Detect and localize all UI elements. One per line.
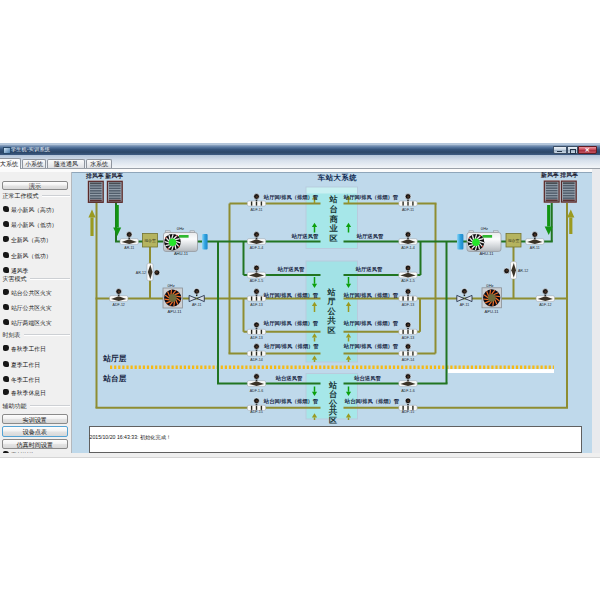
svg-text:ADF-15: ADF-15 xyxy=(250,410,262,414)
svg-text:ADF-13: ADF-13 xyxy=(402,336,414,340)
svg-text:业: 业 xyxy=(328,224,338,233)
svg-text:ADF-1-4: ADF-1-4 xyxy=(250,246,264,250)
svg-text:ADF-1-5: ADF-1-5 xyxy=(401,279,415,283)
svg-text:站台回/排风（排烟）管: 站台回/排风（排烟）管 xyxy=(263,398,319,405)
svg-text:站厅送风管: 站厅送风管 xyxy=(277,266,305,273)
svg-text:站厅回/排风（排烟）管: 站厅回/排风（排烟）管 xyxy=(343,320,399,327)
svg-text:共: 共 xyxy=(326,316,336,325)
svg-text:ADF-15: ADF-15 xyxy=(402,410,414,414)
svg-text:站厅回/排风（排烟）管: 站厅回/排风（排烟）管 xyxy=(263,320,319,327)
svg-text:公: 公 xyxy=(326,307,336,316)
svg-text:0Hz: 0Hz xyxy=(177,226,184,231)
svg-text:ADF-1-4: ADF-1-4 xyxy=(401,246,415,250)
svg-text:AF-11: AF-11 xyxy=(460,303,469,307)
svg-text:站台回/排风（排烟）管: 站台回/排风（排烟）管 xyxy=(344,398,400,405)
svg-text:区: 区 xyxy=(329,234,337,243)
svg-text:ADF-13: ADF-13 xyxy=(250,303,262,307)
svg-text:站: 站 xyxy=(328,195,337,204)
svg-text:ADF-14: ADF-14 xyxy=(402,358,414,362)
svg-text:站台送风管: 站台送风管 xyxy=(353,375,381,382)
svg-text:车站大系统: 车站大系统 xyxy=(317,173,358,182)
svg-text:AR-12: AR-12 xyxy=(136,271,146,275)
svg-text:站厅回/排风（排烟）管: 站厅回/排风（排烟）管 xyxy=(263,343,319,350)
svg-text:站厅回/排风（排烟）管: 站厅回/排风（排烟）管 xyxy=(263,292,319,299)
svg-text:0Hz: 0Hz xyxy=(168,283,175,288)
svg-text:ADF-12: ADF-12 xyxy=(113,303,125,307)
svg-text:ADF-1-6: ADF-1-6 xyxy=(250,389,264,393)
svg-text:站台送风管: 站台送风管 xyxy=(275,375,303,382)
svg-text:站厅层: 站厅层 xyxy=(103,354,127,363)
svg-text:ADF-11: ADF-11 xyxy=(402,208,414,212)
svg-text:ADF-1-6: ADF-1-6 xyxy=(401,389,415,393)
svg-text:AF-11: AF-11 xyxy=(192,303,201,307)
svg-text:站厅回/排风（排烟）管: 站厅回/排风（排烟）管 xyxy=(343,292,399,299)
svg-text:台: 台 xyxy=(329,204,337,214)
svg-text:站厅送风管: 站厅送风管 xyxy=(356,233,384,240)
svg-text:厅: 厅 xyxy=(326,297,335,306)
svg-text:站厅送风管: 站厅送风管 xyxy=(355,266,383,273)
svg-text:ADF-12: ADF-12 xyxy=(539,303,551,307)
svg-text:站: 站 xyxy=(326,288,335,297)
svg-text:AR-11: AR-11 xyxy=(530,246,540,250)
svg-text:区: 区 xyxy=(329,416,337,425)
svg-text:APU-11: APU-11 xyxy=(485,309,500,314)
svg-text:站厅回/排风（排烟）管: 站厅回/排风（排烟）管 xyxy=(263,194,319,201)
svg-text:站厅回/排风（排烟）管: 站厅回/排风（排烟）管 xyxy=(343,194,399,201)
svg-text:0Hz: 0Hz xyxy=(486,283,493,288)
svg-text:混合室: 混合室 xyxy=(508,238,520,243)
svg-text:商: 商 xyxy=(329,214,338,224)
svg-text:台: 台 xyxy=(329,389,337,399)
svg-text:ADF-14: ADF-14 xyxy=(250,358,262,362)
svg-text:ADF-13: ADF-13 xyxy=(250,336,262,340)
svg-text:区: 区 xyxy=(327,326,335,335)
svg-text:排风亭 新风亭: 排风亭 新风亭 xyxy=(85,172,123,180)
svg-text:新风亭 排风亭: 新风亭 排风亭 xyxy=(540,172,578,179)
svg-text:ADF-13: ADF-13 xyxy=(402,303,414,307)
svg-text:站厅送风管: 站厅送风管 xyxy=(291,233,319,240)
svg-text:站台层: 站台层 xyxy=(103,374,127,383)
svg-text:ADF-11: ADF-11 xyxy=(250,208,262,212)
svg-text:站厅回/排风（排烟）管: 站厅回/排风（排烟）管 xyxy=(343,343,399,350)
svg-text:ADF-1-5: ADF-1-5 xyxy=(250,279,264,283)
svg-text:AHU-11: AHU-11 xyxy=(174,251,189,256)
svg-text:APU-11: APU-11 xyxy=(168,309,183,314)
svg-text:AHU-11: AHU-11 xyxy=(479,251,494,256)
svg-text:混合室: 混合室 xyxy=(144,238,156,243)
svg-text:AR-12: AR-12 xyxy=(518,269,528,273)
svg-text:AR-11: AR-11 xyxy=(124,246,134,250)
svg-text:0Hz: 0Hz xyxy=(481,226,488,231)
